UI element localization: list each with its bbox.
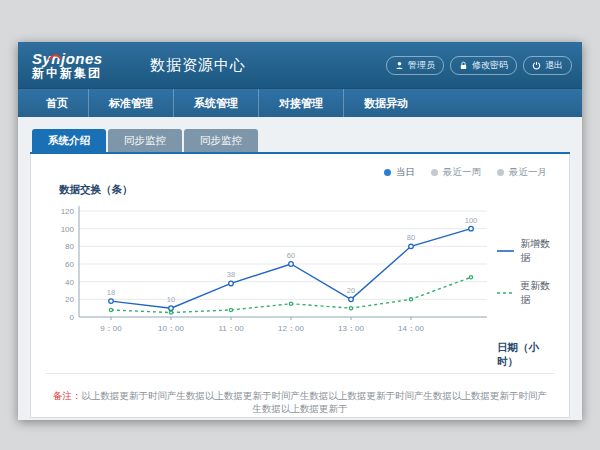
change-password-label: 修改密码 (472, 59, 508, 72)
svg-text:60: 60 (65, 260, 74, 269)
series-legend-item-0[interactable]: 新增数据 (497, 237, 555, 265)
svg-text:80: 80 (65, 242, 74, 251)
nav-item-4[interactable]: 数据异动 (343, 89, 428, 117)
user-button-label: 管理员 (408, 59, 435, 72)
nav-item-2[interactable]: 系统管理 (173, 89, 258, 117)
top-header: Synjones 新中新集团 数据资源中心 管理员 修改密码 退出 (18, 42, 582, 88)
chart-row: 0204060801001209：0010：0011：0012：0013：001… (45, 199, 555, 369)
svg-text:9：00: 9：00 (100, 324, 122, 333)
series-legend: 新增数据更新数据 (497, 237, 555, 321)
svg-text:20: 20 (65, 295, 74, 304)
header-actions: 管理员 修改密码 退出 (386, 56, 572, 75)
series-legend-label: 更新数据 (520, 279, 555, 307)
period-filter-1[interactable]: 最近一周 (431, 166, 481, 179)
svg-text:10：00: 10：00 (158, 324, 184, 333)
series-line-swatch (497, 289, 514, 297)
lock-icon (459, 61, 468, 70)
svg-text:12：00: 12：00 (278, 324, 304, 333)
svg-text:60: 60 (287, 251, 295, 260)
tab-0[interactable]: 系统介绍 (32, 129, 106, 152)
chart-area: 0204060801001209：0010：0011：0012：0013：001… (45, 199, 497, 369)
svg-text:11：00: 11：00 (218, 324, 244, 333)
svg-text:14：00: 14：00 (398, 324, 424, 333)
app-window: Synjones 新中新集团 数据资源中心 管理员 修改密码 退出 (18, 42, 582, 420)
content-area: 系统介绍同步监控同步监控 当日最近一周最近一月 数据交换（条） 02040608… (18, 117, 582, 420)
period-label: 当日 (396, 166, 415, 179)
svg-text:0: 0 (70, 313, 75, 322)
power-icon (532, 61, 541, 70)
period-dot (497, 169, 504, 176)
svg-text:100: 100 (465, 216, 478, 225)
series-legend-label: 新增数据 (520, 237, 555, 265)
series-legend-item-1[interactable]: 更新数据 (497, 279, 555, 307)
svg-text:10: 10 (167, 295, 175, 304)
app-title: 数据资源中心 (150, 56, 246, 75)
chart-panel: 当日最近一周最近一月 数据交换（条） 0204060801001209：0010… (30, 154, 570, 418)
y-axis-title: 数据交换（条） (59, 183, 555, 197)
period-filter-0[interactable]: 当日 (384, 166, 415, 179)
logout-button[interactable]: 退出 (523, 56, 572, 75)
note-text: 以上数据更新于时间产生数据以上数据更新于时间产生数据以上数据更新于时间产生数据以… (82, 390, 548, 414)
tab-2[interactable]: 同步监控 (184, 129, 258, 152)
nav-item-3[interactable]: 对接管理 (258, 89, 343, 117)
logout-label: 退出 (545, 59, 563, 72)
logo-subtext: 新中新集团 (32, 67, 136, 80)
tab-bar: 系统介绍同步监控同步监控 (30, 129, 570, 154)
change-password-button[interactable]: 修改密码 (450, 56, 517, 75)
period-label: 最近一周 (443, 166, 481, 179)
user-button[interactable]: 管理员 (386, 56, 444, 75)
note-area: 备注：以上数据更新于时间产生数据以上数据更新于时间产生数据以上数据更新于时间产生… (45, 373, 555, 416)
svg-text:40: 40 (65, 278, 74, 287)
period-filter-2[interactable]: 最近一月 (497, 166, 547, 179)
nav-item-1[interactable]: 标准管理 (88, 89, 173, 117)
x-axis-title: 日期（小时） (497, 341, 555, 369)
svg-text:100: 100 (61, 225, 75, 234)
period-filter-group: 当日最近一周最近一月 (45, 162, 555, 181)
period-label: 最近一月 (509, 166, 547, 179)
nav-item-0[interactable]: 首页 (26, 89, 88, 117)
period-dot (384, 169, 391, 176)
chart-side: 新增数据更新数据 日期（小时） (497, 199, 555, 369)
logo-accent-swoosh (48, 48, 62, 65)
svg-text:13：00: 13：00 (338, 324, 364, 333)
series-line-swatch (497, 247, 514, 255)
main-nav: 首页标准管理系统管理对接管理数据异动 (18, 88, 582, 117)
period-dot (431, 169, 438, 176)
note-label: 备注： (53, 390, 82, 401)
line-chart-svg: 0204060801001209：0010：0011：0012：0013：001… (45, 199, 497, 339)
svg-text:120: 120 (61, 207, 75, 216)
svg-text:80: 80 (407, 233, 415, 242)
svg-text:18: 18 (107, 288, 115, 297)
svg-text:20: 20 (347, 286, 355, 295)
svg-text:38: 38 (227, 270, 235, 279)
logo: Synjones 新中新集团 (28, 51, 136, 79)
tab-1[interactable]: 同步监控 (108, 129, 182, 152)
user-icon (395, 61, 404, 70)
